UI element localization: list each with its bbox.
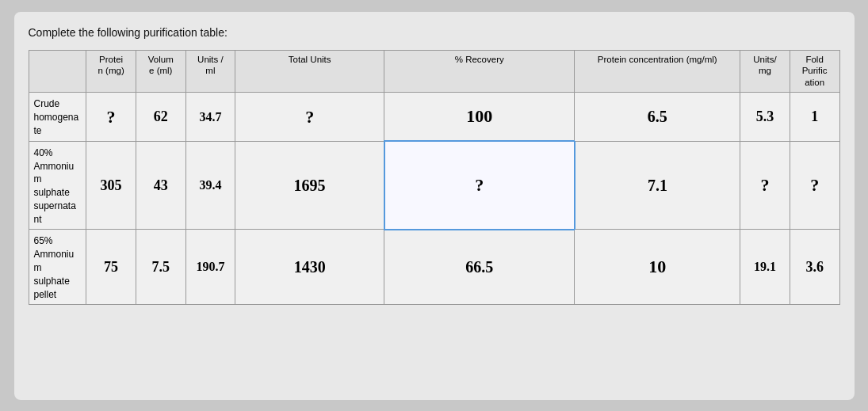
- cell-amm40-units-mg: ?: [740, 141, 790, 230]
- cell-crude-fold: 1: [790, 93, 839, 141]
- cell-amm40-total-units: 1695: [235, 141, 384, 230]
- cell-crude-protein-conc: 6.5: [575, 93, 740, 141]
- cell-amm40-protein-conc: 7.1: [575, 141, 740, 230]
- cell-crude-units-mg: 5.3: [740, 93, 790, 141]
- cell-amm65-recovery: 66.5: [384, 230, 575, 305]
- header-protein-conc: Protein concentration (mg/ml): [575, 50, 740, 93]
- page-title: Complete the following purification tabl…: [29, 26, 840, 39]
- header-volume: Volume (ml): [136, 50, 185, 93]
- table-row: Crudehomogenate ? 62 34.7 ? 100 6.5 5.3 …: [29, 93, 839, 141]
- cell-crude-protein: ?: [86, 93, 136, 141]
- header-fold: FoldPurification: [790, 50, 839, 93]
- cell-amm65-units-ml: 190.7: [185, 230, 235, 305]
- table-row: 40%Ammoniumsulphatesupernatant 305 43 39…: [29, 141, 839, 230]
- cell-amm65-fold: 3.6: [790, 230, 839, 305]
- cell-amm65-protein: 75: [86, 230, 136, 305]
- cell-crude-total-units: ?: [235, 93, 384, 141]
- row-label-crude: Crudehomogenate: [29, 93, 86, 141]
- cell-amm40-fold: ?: [790, 141, 839, 230]
- header-units-ml: Units /ml: [185, 50, 235, 93]
- cell-amm65-total-units: 1430: [235, 230, 384, 305]
- purification-table: Protein (mg) Volume (ml) Units /ml Total…: [29, 50, 840, 306]
- cell-amm40-protein: 305: [86, 141, 136, 230]
- cell-crude-recovery: 100: [384, 93, 575, 141]
- header-total-units: Total Units: [235, 50, 384, 93]
- row-label-ammonium65: 65%Ammoniumsulphatepellet: [29, 230, 86, 305]
- cell-amm40-volume: 43: [136, 141, 185, 230]
- cell-crude-volume: 62: [136, 93, 185, 141]
- cell-amm65-volume: 7.5: [136, 230, 185, 305]
- header-row-label: [29, 50, 86, 93]
- header-protein: Protein (mg): [86, 50, 136, 93]
- header-recovery: % Recovery: [384, 50, 575, 93]
- row-label-ammonium40: 40%Ammoniumsulphatesupernatant: [29, 141, 86, 230]
- cell-amm65-units-mg: 19.1: [740, 230, 790, 305]
- cell-amm40-units-ml: 39.4: [185, 141, 235, 230]
- main-card: Complete the following purification tabl…: [14, 12, 855, 400]
- table-row: 65%Ammoniumsulphatepellet 75 7.5 190.7 1…: [29, 230, 839, 305]
- header-units-mg: Units/mg: [740, 50, 790, 93]
- cell-crude-units-ml: 34.7: [185, 93, 235, 141]
- cell-amm40-recovery[interactable]: ?: [384, 141, 575, 230]
- cell-amm65-protein-conc: 10: [575, 230, 740, 305]
